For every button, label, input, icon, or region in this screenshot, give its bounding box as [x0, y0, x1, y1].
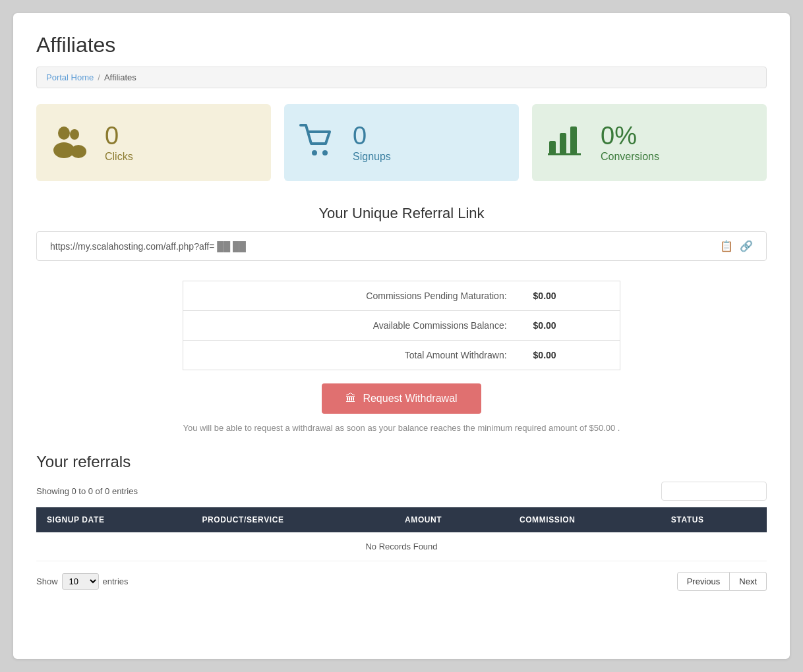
show-entries: Show 10 25 50 100 entries — [36, 573, 129, 590]
referral-link-box: https://my.scalahosting.com/aff.php?aff=… — [36, 231, 767, 261]
users-icon — [49, 120, 89, 165]
svg-point-4 — [312, 150, 317, 155]
page-title: Affiliates — [36, 33, 767, 57]
stats-row: 0 Clicks 0 Signups — [36, 104, 767, 181]
conversions-label: Conversions — [601, 151, 659, 163]
conversions-info: 0% Conversions — [601, 123, 659, 163]
pagination-row: Show 10 25 50 100 entries Previous Next — [36, 572, 767, 591]
available-label: Available Commissions Balance: — [183, 311, 520, 341]
commissions-table: Commissions Pending Maturation: $0.00 Av… — [183, 281, 621, 370]
withdrawal-button-label: Request Withdrawal — [363, 393, 457, 405]
signups-value: 0 — [353, 123, 391, 148]
referrals-title: Your referrals — [36, 453, 767, 471]
svg-point-3 — [53, 142, 74, 158]
stat-card-conversions: 0% Conversions — [532, 104, 767, 181]
referrals-table: SIGNUP DATE PRODUCT/SERVICE AMOUNT COMMI… — [36, 507, 767, 561]
svg-rect-7 — [560, 133, 566, 154]
show-label: Show — [36, 576, 58, 586]
previous-button[interactable]: Previous — [677, 572, 730, 591]
referrals-search-input[interactable] — [661, 482, 767, 501]
svg-point-5 — [322, 150, 328, 155]
svg-rect-6 — [549, 141, 556, 154]
svg-point-1 — [70, 129, 79, 140]
entries-label: entries — [103, 576, 129, 586]
referrals-controls: Showing 0 to 0 of 0 entries — [36, 482, 767, 501]
withdrawal-section: 🏛 Request Withdrawal — [36, 383, 767, 414]
referral-section-title: Your Unique Referral Link — [36, 205, 767, 222]
svg-rect-8 — [570, 126, 577, 154]
signups-label: Signups — [353, 151, 391, 163]
withdrawal-note: You will be able to request a withdrawal… — [36, 423, 767, 433]
referral-link-mask: ██ ██ — [217, 241, 246, 252]
link-icon[interactable]: 🔗 — [740, 240, 753, 252]
stat-card-clicks: 0 Clicks — [36, 104, 271, 181]
no-records-text: No Records Found — [36, 532, 767, 561]
entries-select[interactable]: 10 25 50 100 — [62, 573, 99, 590]
col-product-service: PRODUCT/SERVICE — [191, 507, 394, 532]
clicks-label: Clicks — [105, 151, 133, 163]
conversions-value: 0% — [601, 123, 659, 148]
col-amount: AMOUNT — [394, 507, 509, 532]
col-commission: COMMISSION — [509, 507, 661, 532]
col-signup-date: SIGNUP DATE — [36, 507, 191, 532]
next-button[interactable]: Next — [730, 572, 767, 591]
stat-card-signups: 0 Signups — [284, 104, 519, 181]
copy-icon[interactable]: 📋 — [720, 240, 733, 252]
no-records-row: No Records Found — [36, 532, 767, 561]
cart-icon — [297, 120, 337, 165]
signups-info: 0 Signups — [353, 123, 391, 163]
breadcrumb-current: Affiliates — [104, 72, 136, 82]
chart-icon — [545, 120, 585, 165]
clicks-value: 0 — [105, 123, 133, 148]
pending-label: Commissions Pending Maturation: — [183, 281, 520, 311]
request-withdrawal-button[interactable]: 🏛 Request Withdrawal — [322, 383, 481, 414]
svg-point-0 — [58, 126, 70, 140]
breadcrumb-separator: / — [98, 72, 100, 82]
breadcrumb: Portal Home / Affiliates — [36, 67, 767, 88]
main-card: Affiliates Portal Home / Affiliates 0 Cl… — [13, 13, 790, 659]
withdrawal-icon: 🏛 — [345, 393, 356, 405]
breadcrumb-home-link[interactable]: Portal Home — [46, 72, 94, 82]
showing-text: Showing 0 to 0 of 0 entries — [36, 486, 138, 496]
pending-value: $0.00 — [520, 281, 620, 311]
referral-link-text: https://my.scalahosting.com/aff.php?aff=… — [50, 241, 713, 252]
withdrawn-label: Total Amount Withdrawn: — [183, 341, 520, 370]
available-value: $0.00 — [520, 311, 620, 341]
clicks-info: 0 Clicks — [105, 123, 133, 163]
col-status: STATUS — [661, 507, 767, 532]
pagination-buttons: Previous Next — [677, 572, 767, 591]
withdrawn-value: $0.00 — [520, 341, 620, 370]
